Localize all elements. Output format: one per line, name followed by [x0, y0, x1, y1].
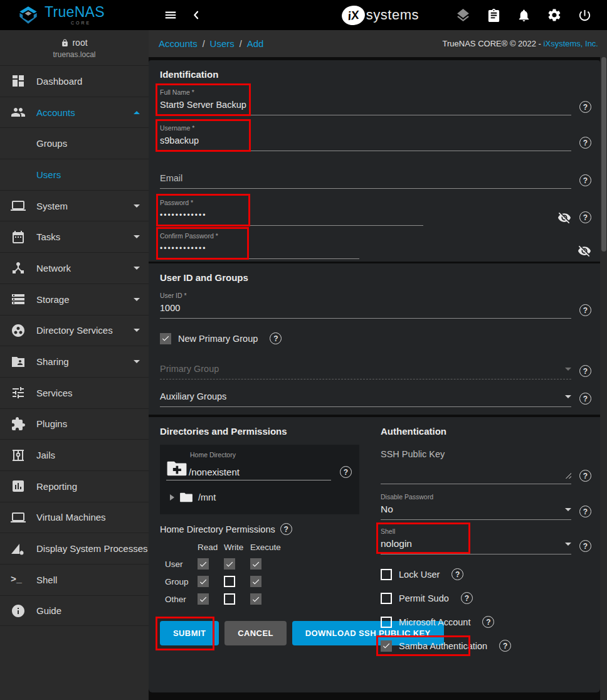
home-directory-permissions-label: Home Directory Permissions — [160, 523, 359, 535]
new-primary-group-checkbox-row: New Primary Group — [160, 332, 591, 344]
full-name-field[interactable]: Full Name * Start9 Server Backup — [160, 88, 591, 115]
sidebar-item-users[interactable]: Users — [0, 159, 149, 190]
perm-other-read-checkbox[interactable] — [198, 593, 209, 605]
people-icon — [11, 105, 26, 120]
permit-sudo-checkbox[interactable] — [381, 593, 392, 604]
samba-authentication-checkbox[interactable] — [381, 640, 392, 652]
chevron-down-icon — [565, 395, 571, 398]
sidebar-item-services[interactable]: Services — [0, 377, 149, 408]
laptop-icon — [11, 198, 26, 213]
sidebar-username: root — [72, 38, 87, 48]
sidebar-item-accounts[interactable]: Accounts — [0, 97, 149, 128]
sidebar-item-shell[interactable]: >_ Shell — [0, 564, 149, 595]
primary-group-select[interactable]: Primary Group — [160, 363, 591, 379]
perm-group-write-checkbox[interactable] — [224, 576, 235, 587]
breadcrumb-add[interactable]: Add — [247, 38, 264, 49]
sidebar-item-network[interactable]: Network — [0, 252, 149, 284]
help-icon[interactable] — [579, 393, 591, 405]
help-icon[interactable] — [579, 470, 591, 482]
help-icon[interactable] — [579, 174, 591, 186]
storage-icon — [11, 292, 26, 307]
perm-other-write-checkbox[interactable] — [224, 593, 235, 605]
password-field[interactable]: Password * •••••••••••• — [160, 199, 591, 226]
user-id-field[interactable]: User ID * 1000 — [160, 292, 591, 319]
clipboard-icon[interactable] — [487, 8, 501, 23]
home-directory-field[interactable]: /nonexistent — [166, 460, 331, 480]
folder-shared-icon — [11, 354, 26, 369]
lock-user-checkbox[interactable] — [381, 569, 392, 580]
sidebar-item-system[interactable]: System — [0, 190, 149, 221]
sidebar-item-display-system-processes[interactable]: Display System Processes — [0, 533, 149, 564]
chevron-down-icon — [134, 235, 140, 238]
sidebar-item-tasks[interactable]: Tasks — [0, 221, 149, 252]
shell-select[interactable]: Shell nologin — [381, 528, 591, 554]
perm-user-execute-checkbox[interactable] — [250, 558, 261, 570]
power-icon[interactable] — [578, 8, 592, 23]
perm-group-execute-checkbox[interactable] — [250, 576, 261, 587]
breadcrumb-users[interactable]: Users — [210, 38, 235, 49]
help-icon[interactable] — [579, 101, 591, 113]
sidebar-item-groups[interactable]: Groups — [0, 127, 149, 159]
sidebar-item-virtual-machines[interactable]: Virtual Machines — [0, 502, 149, 533]
permit-sudo-checkbox-row: Permit Sudo — [381, 592, 591, 604]
gear-icon[interactable] — [547, 8, 562, 23]
chevron-down-icon — [134, 204, 140, 208]
chevron-down-icon — [134, 360, 140, 363]
chevron-down-icon — [565, 368, 571, 371]
sidebar-item-storage[interactable]: Storage — [0, 284, 149, 315]
sidebar-item-reporting[interactable]: Reporting — [0, 470, 149, 502]
menu-icon[interactable] — [164, 8, 177, 22]
help-icon[interactable] — [579, 304, 591, 316]
help-icon[interactable] — [482, 616, 494, 628]
directories-column: Directories and Permissions Home Directo… — [160, 426, 359, 652]
sidebar-item-sharing[interactable]: Sharing — [0, 346, 149, 377]
help-icon[interactable] — [270, 332, 282, 344]
scrollbar-thumb[interactable] — [601, 57, 606, 252]
folder-plus-icon[interactable] — [166, 460, 187, 477]
disable-password-select[interactable]: Disable Password No — [381, 493, 591, 520]
sidebar-item-dashboard[interactable]: Dashboard — [0, 65, 149, 97]
help-icon[interactable] — [461, 592, 473, 604]
help-icon[interactable] — [280, 523, 292, 535]
chevron-down-icon — [565, 508, 571, 511]
perm-user-write-checkbox[interactable] — [224, 558, 235, 570]
auxiliary-groups-select[interactable]: Auxiliary Groups — [160, 391, 591, 407]
confirm-password-field[interactable]: Confirm Password * •••••••••••• — [160, 232, 591, 259]
microsoft-account-checkbox[interactable] — [381, 617, 392, 628]
sidebar-item-guide[interactable]: Guide — [0, 595, 149, 627]
help-icon[interactable] — [499, 640, 511, 652]
email-field[interactable]: Email — [160, 172, 591, 189]
help-icon[interactable] — [451, 568, 463, 580]
ssh-public-key-textarea[interactable]: SSH Public Key — [381, 449, 591, 484]
help-icon[interactable] — [579, 506, 591, 517]
breadcrumb-accounts[interactable]: Accounts — [159, 38, 198, 49]
truenas-logo-icon — [18, 6, 39, 24]
ixsystems-link[interactable]: iXsystems, Inc. — [544, 39, 598, 48]
ix-logo-text: systems — [366, 7, 419, 23]
new-primary-group-checkbox[interactable] — [160, 333, 171, 344]
username-field[interactable]: Username * s9backup — [160, 124, 591, 151]
sidebar-item-plugins[interactable]: Plugins — [0, 408, 149, 440]
tree-item-mnt[interactable]: /mnt — [170, 492, 352, 503]
sidebar-item-directory-services[interactable]: Directory Services — [0, 315, 149, 346]
processes-icon — [11, 541, 26, 556]
chevron-left-icon[interactable] — [191, 10, 201, 20]
sidebar-item-jails[interactable]: Jails — [0, 439, 149, 470]
help-icon[interactable] — [579, 137, 591, 149]
tree-expand-icon[interactable] — [170, 494, 174, 501]
calendar-icon — [11, 230, 26, 245]
lock-user-checkbox-row: Lock User — [381, 568, 591, 580]
cancel-button[interactable]: CANCEL — [224, 621, 287, 645]
scrollbar[interactable] — [600, 57, 607, 700]
perm-group-read-checkbox[interactable] — [198, 576, 209, 587]
layers-icon[interactable] — [455, 8, 471, 23]
chevron-down-icon — [134, 329, 140, 332]
help-icon[interactable] — [340, 466, 352, 478]
perm-user-read-checkbox[interactable] — [198, 558, 209, 570]
help-icon[interactable] — [579, 365, 591, 377]
submit-button[interactable]: SUBMIT — [160, 621, 219, 645]
perm-other-execute-checkbox[interactable] — [250, 593, 261, 605]
terminal-icon: >_ — [11, 575, 26, 585]
bell-icon[interactable] — [517, 8, 531, 23]
help-icon[interactable] — [579, 540, 591, 552]
